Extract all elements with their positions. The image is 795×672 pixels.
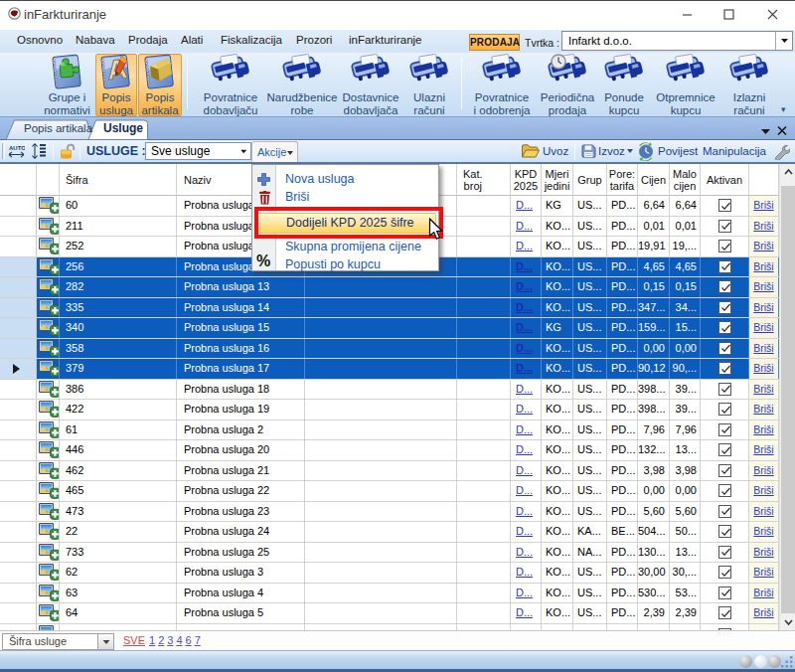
svg-text:AUTO: AUTO: [9, 145, 25, 151]
